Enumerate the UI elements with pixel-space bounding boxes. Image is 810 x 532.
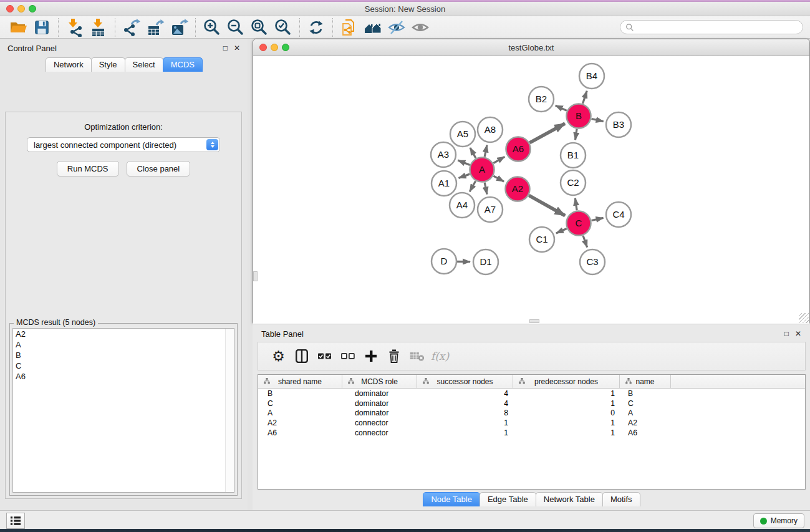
node-A3[interactable]: A3	[431, 142, 456, 167]
node-A[interactable]: A	[470, 158, 494, 182]
table-row-A6[interactable]: A6connector11A6	[258, 428, 805, 438]
node-B4[interactable]: B4	[579, 64, 604, 89]
mcds-result-list[interactable]: A2ABCA6	[12, 328, 234, 493]
toolbar-search-field[interactable]	[620, 20, 803, 34]
refresh-button[interactable]	[304, 17, 328, 37]
zoom-in-button[interactable]	[200, 17, 224, 37]
tab-mcds[interactable]: MCDS	[163, 57, 203, 72]
table-row-A[interactable]: Adominator80A	[258, 409, 805, 418]
first-neighbors-button[interactable]	[361, 17, 385, 37]
edge-A-A8[interactable]	[485, 145, 487, 157]
node-C2[interactable]: C2	[561, 170, 586, 195]
edge-A-A7[interactable]	[485, 183, 487, 195]
function-builder-button[interactable]: f(x)	[428, 345, 451, 367]
node-D[interactable]: D	[432, 249, 456, 274]
export-table-button[interactable]	[143, 17, 167, 37]
node-B2[interactable]: B2	[529, 87, 554, 112]
tab-network[interactable]: Network	[46, 57, 92, 72]
column-header-name[interactable]: name	[620, 375, 671, 388]
import-table-button[interactable]	[87, 17, 110, 37]
node-C[interactable]: C	[567, 211, 591, 236]
task-history-button[interactable]	[6, 513, 25, 529]
edge-C-C2[interactable]	[575, 198, 577, 210]
export-image-button[interactable]	[167, 17, 191, 37]
edge-A6-B[interactable]	[529, 123, 565, 143]
tab-style[interactable]: Style	[91, 57, 125, 72]
zoom-out-button[interactable]	[224, 17, 248, 37]
node-A1[interactable]: A1	[432, 171, 456, 196]
tab-select[interactable]: Select	[125, 57, 163, 72]
node-C3[interactable]: C3	[580, 249, 605, 274]
export-network-button[interactable]	[120, 17, 143, 37]
mcds-result-item[interactable]: A	[13, 339, 234, 350]
show-all-button[interactable]	[408, 17, 432, 37]
edge-B-B4[interactable]	[583, 91, 587, 104]
float-table-panel-icon[interactable]: □	[784, 330, 789, 337]
edge-A-A6[interactable]	[493, 157, 504, 163]
close-panel-button[interactable]: Close panel	[127, 161, 191, 177]
delete-table-button[interactable]	[405, 345, 428, 367]
node-B[interactable]: B	[567, 104, 591, 128]
node-A2[interactable]: A2	[506, 177, 530, 201]
tab-node-table[interactable]: Node Table	[423, 492, 480, 506]
column-header-MCDS-role[interactable]: MCDS role	[342, 375, 417, 388]
edge-B-B2[interactable]	[556, 105, 567, 110]
table-row-A2[interactable]: A2connector11A2	[258, 418, 805, 428]
horizontal-scroll-thumb[interactable]	[529, 319, 539, 323]
node-A7[interactable]: A7	[478, 197, 503, 222]
select-all-button[interactable]	[313, 345, 336, 367]
node-B1[interactable]: B1	[561, 143, 586, 168]
delete-column-button[interactable]	[382, 345, 405, 367]
criterion-dropdown[interactable]: largest connected component (directed)	[27, 137, 220, 152]
new-network-from-selection-button[interactable]	[337, 17, 361, 37]
zoom-selected-button[interactable]	[271, 17, 295, 37]
open-session-button[interactable]	[6, 17, 30, 37]
network-canvas[interactable]: B4B2BB3A8A5A6A3B1AA1C2A2A4A7C4CC1C3DD1	[253, 56, 809, 324]
close-panel-icon[interactable]: ✕	[234, 44, 240, 52]
edge-C-C3[interactable]	[583, 236, 587, 248]
node-D1[interactable]: D1	[473, 249, 498, 274]
table-settings-button[interactable]: ⚙	[267, 345, 290, 367]
tab-edge-table[interactable]: Edge Table	[480, 492, 536, 506]
column-header-predecessor-nodes[interactable]: predecessor nodes	[513, 375, 620, 388]
tab-network-table[interactable]: Network Table	[536, 492, 603, 506]
memory-button[interactable]: Memory	[753, 513, 804, 528]
edge-C-C1[interactable]	[556, 228, 567, 233]
mcds-result-item[interactable]: C	[13, 360, 234, 371]
show-column-button[interactable]	[290, 345, 313, 367]
import-network-button[interactable]	[63, 17, 87, 37]
close-table-panel-icon[interactable]: ✕	[795, 330, 801, 337]
tab-motifs[interactable]: Motifs	[602, 492, 640, 506]
run-mcds-button[interactable]: Run MCDS	[57, 161, 119, 177]
edge-A-A3[interactable]	[458, 160, 470, 165]
table-row-B[interactable]: Bdominator41B	[258, 389, 805, 399]
vertical-scroll-thumb[interactable]	[253, 271, 258, 281]
edge-A2-C[interactable]	[529, 195, 565, 215]
node-A4[interactable]: A4	[450, 193, 475, 218]
edge-A-A2[interactable]	[493, 176, 504, 181]
edge-C-C4[interactable]	[592, 218, 604, 220]
float-panel-icon[interactable]: □	[223, 44, 228, 52]
node-A6[interactable]: A6	[506, 137, 531, 162]
node-B3[interactable]: B3	[606, 112, 631, 137]
search-input[interactable]	[637, 22, 803, 32]
node-C4[interactable]: C4	[606, 202, 631, 227]
node-A5[interactable]: A5	[450, 122, 475, 147]
edge-A-A5[interactable]	[470, 148, 476, 158]
node-C1[interactable]: C1	[529, 227, 554, 252]
mcds-result-item[interactable]: A2	[13, 329, 234, 339]
column-header-shared-name[interactable]: shared name	[258, 375, 342, 388]
node-A8[interactable]: A8	[478, 117, 503, 142]
zoom-fit-button[interactable]	[248, 17, 271, 37]
add-column-button[interactable]	[359, 345, 382, 367]
edge-B-B1[interactable]	[576, 129, 577, 140]
hide-selected-button[interactable]	[385, 17, 408, 37]
mcds-result-item[interactable]: B	[13, 350, 234, 360]
deselect-all-button[interactable]	[336, 345, 359, 367]
table-row-C[interactable]: Cdominator41C	[258, 399, 805, 409]
edge-B-B3[interactable]	[592, 118, 604, 121]
column-header-successor-nodes[interactable]: successor nodes	[417, 375, 513, 388]
edge-A-A1[interactable]	[459, 174, 470, 178]
edge-A-A4[interactable]	[470, 181, 475, 191]
result-scrollbar[interactable]	[225, 329, 234, 492]
